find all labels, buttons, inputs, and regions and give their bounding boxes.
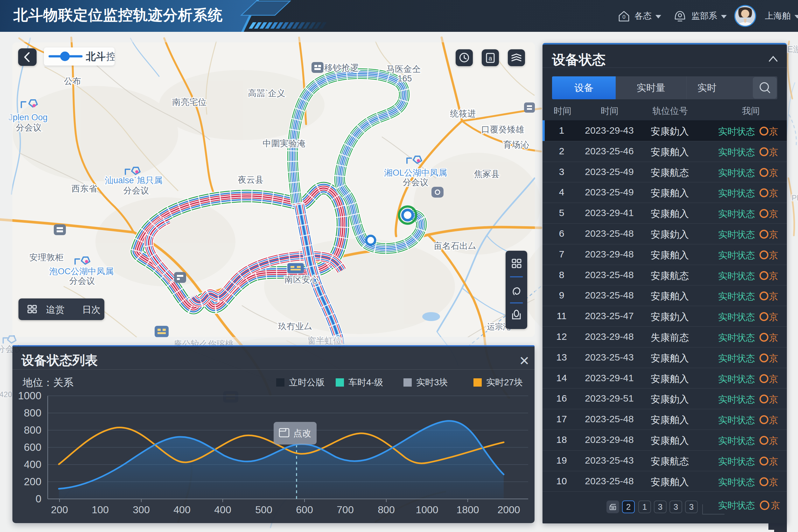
svg-text:800: 800	[24, 424, 41, 436]
svg-text:1000: 1000	[18, 390, 41, 402]
svg-text:500: 500	[255, 504, 272, 515]
svg-text:400: 400	[173, 504, 190, 515]
svg-text:2000: 2000	[497, 504, 520, 515]
svg-text:400: 400	[24, 458, 41, 470]
svg-text:800: 800	[24, 407, 41, 419]
svg-text:200: 200	[24, 476, 41, 488]
svg-text:日次: 日次	[82, 304, 100, 315]
svg-text:迨赏: 迨赏	[46, 304, 64, 315]
svg-text:1000: 1000	[416, 504, 438, 515]
svg-text:0: 0	[622, 14, 625, 20]
svg-text:800: 800	[378, 504, 395, 515]
svg-text:300: 300	[133, 504, 150, 515]
svg-text:200: 200	[51, 504, 68, 515]
svg-text:0: 0	[36, 493, 41, 505]
svg-text:600: 600	[24, 441, 41, 453]
svg-text:700: 700	[337, 504, 354, 515]
svg-text:北斗: 北斗	[86, 51, 106, 62]
svg-text:a: a	[489, 55, 492, 62]
svg-text:100: 100	[92, 504, 109, 515]
svg-text:400: 400	[214, 504, 231, 515]
svg-text:600: 600	[296, 504, 313, 515]
svg-text:1800: 1800	[456, 504, 479, 515]
svg-text:点改: 点改	[293, 428, 311, 438]
svg-text:*: *	[110, 51, 113, 59]
